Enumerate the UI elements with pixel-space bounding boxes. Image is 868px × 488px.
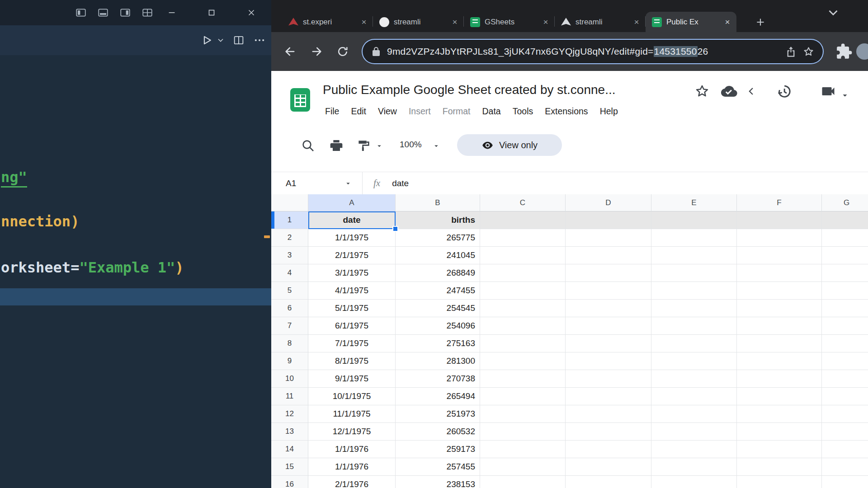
toggle-secondary-sidebar-icon[interactable] — [119, 7, 131, 19]
paint-format-caret-icon[interactable] — [375, 142, 383, 150]
menu-view[interactable]: View — [372, 103, 403, 119]
cell-C5[interactable] — [480, 282, 566, 300]
cell-A1[interactable]: date — [308, 211, 396, 229]
cell-B13[interactable]: 260532 — [396, 423, 480, 441]
cell-E6[interactable] — [651, 300, 737, 317]
google-sheets-logo[interactable] — [290, 88, 310, 112]
row-header-5[interactable]: 5 — [271, 282, 308, 300]
cell-C13[interactable] — [480, 423, 566, 441]
formula-input[interactable]: date — [392, 178, 409, 188]
cell-A15[interactable]: 1/1/1976 — [308, 458, 396, 476]
cell-E5[interactable] — [651, 282, 737, 300]
cell-D8[interactable] — [566, 335, 651, 352]
paint-format-icon[interactable] — [356, 138, 371, 153]
cell-B4[interactable]: 268849 — [396, 264, 480, 282]
cell-D4[interactable] — [566, 264, 651, 282]
row-header-9[interactable]: 9 — [271, 352, 308, 370]
cell-E4[interactable] — [651, 264, 737, 282]
column-header-G[interactable]: G — [822, 194, 868, 211]
cell-D5[interactable] — [566, 282, 651, 300]
cell-E1[interactable] — [651, 211, 737, 229]
cell-C1[interactable] — [480, 211, 566, 229]
cell-B5[interactable]: 247455 — [396, 282, 480, 300]
cell-A13[interactable]: 12/1/1975 — [308, 423, 396, 441]
browser-tab[interactable]: st.experi× — [282, 12, 373, 32]
cell-B12[interactable]: 251973 — [396, 405, 480, 423]
cell-D2[interactable] — [566, 229, 651, 247]
cell-A4[interactable]: 3/1/1975 — [308, 264, 396, 282]
cell-D7[interactable] — [566, 317, 651, 335]
row-header-11[interactable]: 11 — [271, 388, 308, 405]
cell-C12[interactable] — [480, 405, 566, 423]
cell-C7[interactable] — [480, 317, 566, 335]
select-all-corner[interactable] — [271, 194, 308, 211]
tab-close-icon[interactable]: × — [631, 17, 642, 28]
extensions-puzzle-icon[interactable] — [835, 43, 853, 60]
cell-C10[interactable] — [480, 370, 566, 388]
cell-F1[interactable] — [737, 211, 822, 229]
code-editor[interactable]: ng" nnection) orksheet="Example 1") — [0, 55, 271, 488]
cell-A9[interactable]: 8/1/1975 — [308, 352, 396, 370]
cell-B7[interactable]: 254096 — [396, 317, 480, 335]
lock-icon[interactable] — [371, 46, 382, 57]
tab-close-icon[interactable]: × — [722, 17, 733, 28]
search-icon[interactable] — [301, 138, 315, 153]
cell-A10[interactable]: 9/1/1975 — [308, 370, 396, 388]
browser-tab[interactable]: streamli× — [555, 12, 646, 32]
cell-F10[interactable] — [737, 370, 822, 388]
toggle-sidebar-icon[interactable] — [75, 7, 87, 19]
cell-B8[interactable]: 275163 — [396, 335, 480, 352]
cell-B2[interactable]: 265775 — [396, 229, 480, 247]
toggle-panel-icon[interactable] — [97, 7, 109, 19]
profile-avatar[interactable] — [856, 43, 868, 60]
run-dropdown-chevron-icon[interactable] — [216, 36, 225, 45]
menu-extensions[interactable]: Extensions — [539, 103, 594, 119]
row-header-1[interactable]: 1 — [271, 211, 308, 229]
row-header-6[interactable]: 6 — [271, 300, 308, 317]
cell-D6[interactable] — [566, 300, 651, 317]
address-bar[interactable]: 9md2VZPz4JbYtRPJLs81_3jUK47nx6GYQjgU8qNY… — [363, 40, 823, 63]
cell-F6[interactable] — [737, 300, 822, 317]
cell-F16[interactable] — [737, 476, 822, 488]
cell-F3[interactable] — [737, 247, 822, 264]
cell-E7[interactable] — [651, 317, 737, 335]
column-header-D[interactable]: D — [566, 194, 651, 211]
cell-G9[interactable] — [822, 352, 868, 370]
cell-E11[interactable] — [651, 388, 737, 405]
bookmark-star-icon[interactable] — [802, 46, 815, 58]
cell-G8[interactable] — [822, 335, 868, 352]
cell-A8[interactable]: 7/1/1975 — [308, 335, 396, 352]
cell-A5[interactable]: 4/1/1975 — [308, 282, 396, 300]
browser-tab[interactable]: GSheets× — [464, 12, 555, 32]
document-title[interactable]: Public Example Google Sheet created by s… — [323, 83, 616, 97]
cell-A7[interactable]: 6/1/1975 — [308, 317, 396, 335]
menu-format[interactable]: Format — [437, 103, 476, 119]
cell-F8[interactable] — [737, 335, 822, 352]
cell-C15[interactable] — [480, 458, 566, 476]
cell-G14[interactable] — [822, 441, 868, 458]
menu-help[interactable]: Help — [594, 103, 624, 119]
row-header-4[interactable]: 4 — [271, 264, 308, 282]
menu-edit[interactable]: Edit — [345, 103, 372, 119]
cell-C16[interactable] — [480, 476, 566, 488]
name-box-caret-icon[interactable] — [344, 179, 352, 188]
cell-C8[interactable] — [480, 335, 566, 352]
cell-G5[interactable] — [822, 282, 868, 300]
cell-G16[interactable] — [822, 476, 868, 488]
menu-tools[interactable]: Tools — [507, 103, 539, 119]
cell-C3[interactable] — [480, 247, 566, 264]
row-header-12[interactable]: 12 — [271, 405, 308, 423]
cell-B14[interactable]: 259173 — [396, 441, 480, 458]
cell-C11[interactable] — [480, 388, 566, 405]
cell-E15[interactable] — [651, 458, 737, 476]
cell-B1[interactable]: births — [396, 211, 480, 229]
cell-C4[interactable] — [480, 264, 566, 282]
column-header-B[interactable]: B — [396, 194, 480, 211]
cell-F9[interactable] — [737, 352, 822, 370]
cell-A14[interactable]: 1/1/1976 — [308, 441, 396, 458]
cell-G7[interactable] — [822, 317, 868, 335]
cell-E2[interactable] — [651, 229, 737, 247]
cell-A12[interactable]: 11/1/1975 — [308, 405, 396, 423]
maximize-button[interactable] — [192, 0, 231, 25]
cell-B10[interactable]: 270738 — [396, 370, 480, 388]
